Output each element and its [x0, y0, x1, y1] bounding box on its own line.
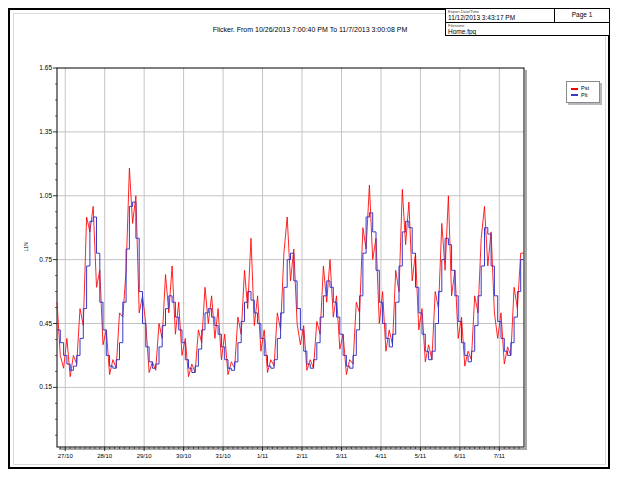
legend-entry-pst: Pst [571, 86, 597, 92]
pst-series [57, 168, 524, 377]
x-tick-label: 2/11 [296, 453, 308, 459]
x-tick-label: 7/11 [494, 453, 506, 459]
flicker-chart-canvas: 27/1028/1029/1030/1031/101/112/113/114/1… [0, 0, 620, 479]
y-tick-label: 1.05 [39, 192, 52, 199]
x-tick-label: 4/11 [375, 453, 387, 459]
chart-legend: Pst Plt [566, 81, 600, 103]
x-tick-label: 6/11 [454, 453, 466, 459]
legend-marker [571, 88, 578, 90]
report-page: Export Date/Time 11/12/2013 3:43:17 PM P… [0, 0, 620, 479]
legend-marker [571, 94, 578, 96]
legend-entry-plt: Plt [571, 93, 597, 99]
x-tick-label: 1/11 [257, 453, 269, 459]
legend-label-pst: Pst [581, 86, 589, 92]
y-tick-label: 0.15 [39, 383, 52, 390]
x-tick-label: 3/11 [336, 453, 348, 459]
x-tick-label: 27/10 [58, 453, 74, 459]
plot-frame-shadow [525, 70, 527, 450]
y-tick-label: 0.75 [39, 256, 52, 263]
x-tick-label: 29/10 [137, 453, 153, 459]
x-tick-label: 30/10 [176, 453, 192, 459]
x-tick-label: 28/10 [97, 453, 113, 459]
legend-label-plt: Plt [581, 93, 587, 99]
x-tick-label: 31/10 [216, 453, 232, 459]
y-tick-label: 1.35 [39, 128, 52, 135]
y-tick-label: 0.45 [39, 320, 52, 327]
y-tick-label: 1.65 [39, 64, 52, 71]
x-tick-label: 5/11 [415, 453, 427, 459]
